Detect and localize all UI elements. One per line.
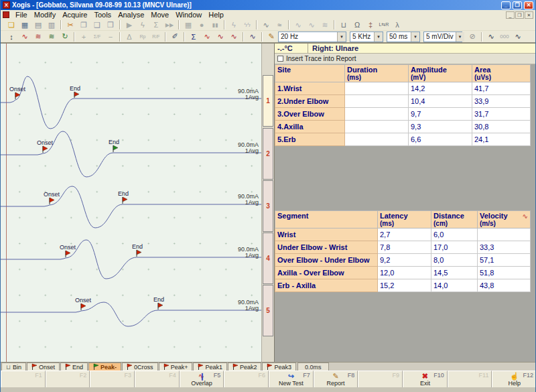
onset-flag-icon[interactable] <box>50 198 54 202</box>
cell-distance[interactable]: 6,0 <box>431 228 478 241</box>
cell-site[interactable]: 5.Erb <box>275 133 345 146</box>
cell-velocity[interactable]: 43,8 <box>478 279 531 292</box>
fkey-overlap[interactable]: F5∿❙Overlap <box>180 371 224 387</box>
cell-velocity[interactable] <box>478 228 531 241</box>
open-folder-icon[interactable]: ❏ <box>5 20 18 30</box>
tab-end[interactable]: End <box>60 363 88 371</box>
waveform-panel[interactable]: OnsetEnd90.0mA1AvgOnsetEnd90.0mA1AvgOnse… <box>1 44 261 363</box>
cell-latency[interactable]: 15,2 <box>378 279 431 292</box>
cell-amplitude[interactable]: 9,7 <box>409 108 472 121</box>
histogram-icon[interactable]: ≈ <box>273 20 286 30</box>
record-save-icon[interactable]: ▦ <box>182 20 195 30</box>
restore-button[interactable]: ❐ <box>513 1 522 9</box>
mdi-minimize-button[interactable]: _ <box>506 11 515 19</box>
tab-onset[interactable]: Onset <box>27 363 60 371</box>
trace-channel-4[interactable] <box>1 240 261 279</box>
mdi-restore-button[interactable]: ❐ <box>515 11 524 19</box>
cell-site[interactable]: 1.Wrist <box>275 82 345 95</box>
tab-0cross[interactable]: 0Cross <box>122 363 158 371</box>
print-icon[interactable]: ▤ <box>31 20 45 30</box>
filter-combo[interactable]: 5 KHz ▼ <box>350 31 383 42</box>
column-header-area[interactable]: Area(uVs) <box>472 65 531 82</box>
average-icon[interactable]: Σ <box>149 20 163 30</box>
fast-forward-icon[interactable]: ▶▶ <box>163 20 176 30</box>
close-button[interactable]: ✕ <box>524 1 533 9</box>
wave-single-icon[interactable]: ∿ <box>246 31 259 42</box>
table-row[interactable]: 4.Axilla9,330,8 <box>275 121 531 133</box>
wave-marker1-icon[interactable]: ∿ <box>200 31 214 42</box>
tab-peak1[interactable]: Peak1 <box>193 363 227 371</box>
average-f-icon[interactable]: Σ/F <box>90 31 104 42</box>
cursor-updown-icon[interactable]: ↕ <box>5 31 18 42</box>
stack-traces2-icon[interactable]: ≋ <box>45 31 58 42</box>
column-header-segment[interactable]: Segment <box>275 211 378 228</box>
gain-combo[interactable]: 5 mV/Div ▼ <box>423 31 462 42</box>
chevron-down-icon[interactable]: ▼ <box>411 32 419 42</box>
cell-site[interactable]: 4.Axilla <box>275 121 345 133</box>
menu-help[interactable]: Help <box>205 11 227 19</box>
cell-area[interactable]: 31,7 <box>472 108 531 121</box>
trace-channel-5[interactable] <box>1 302 261 326</box>
rp-fc-icon[interactable]: Rp <box>136 31 149 42</box>
cell-segment[interactable]: Under Elbow - Wrist <box>275 241 378 254</box>
wave-next-icon[interactable]: ∿ <box>511 31 525 42</box>
trace-channel-3[interactable] <box>1 186 261 228</box>
cell-site[interactable]: 3.Over Elbow <box>275 108 345 121</box>
menu-modify[interactable]: Modify <box>31 11 59 19</box>
column-header-velocity[interactable]: Velocity(m/s)∿ <box>478 211 531 228</box>
tab-bin[interactable]: ⊔Bin <box>1 363 26 371</box>
cell-velocity[interactable]: 51,8 <box>478 267 531 279</box>
r-f-icon[interactable]: R/F <box>149 31 163 42</box>
rotate-traces-icon[interactable]: ↻ <box>58 31 72 42</box>
tab-peak2[interactable]: Peak2 <box>228 363 262 371</box>
menu-window[interactable]: Window <box>172 11 205 19</box>
cell-distance[interactable]: 14,5 <box>431 267 478 279</box>
tab-peak+[interactable]: Peak+ <box>159 363 193 371</box>
subtract-trace-icon[interactable]: − <box>104 31 117 42</box>
tab-peak-[interactable]: Peak- <box>88 363 121 371</box>
save-icon[interactable]: ▦ <box>18 20 31 30</box>
wave-analyze-icon[interactable]: ∿ <box>18 31 31 42</box>
channel-button-3[interactable]: 3 <box>263 180 273 232</box>
menu-move[interactable]: Move <box>147 11 172 19</box>
wave-marker3-icon[interactable]: ∿ <box>227 31 241 42</box>
cell-amplitude[interactable]: 6,6 <box>409 133 472 146</box>
cell-segment[interactable]: Erb - Axilla <box>275 279 378 292</box>
cell-distance[interactable]: 17,0 <box>431 241 478 254</box>
menu-file[interactable]: File <box>12 11 31 19</box>
menu-tools[interactable]: Tools <box>90 11 115 19</box>
wave-f-icon[interactable]: ∿ <box>291 20 305 30</box>
cell-latency[interactable]: 12,0 <box>378 267 431 279</box>
cell-segment[interactable]: Over Elbow - Under Elbow <box>275 254 378 267</box>
column-header-site[interactable]: Site <box>275 65 345 82</box>
sweep-combo[interactable]: 50 ms ▼ <box>387 31 420 42</box>
cell-area[interactable]: 41,7 <box>472 82 531 95</box>
table-row[interactable]: 5.Erb6,624,1 <box>275 133 531 146</box>
end-flag-icon[interactable] <box>113 145 118 150</box>
cell-duration[interactable] <box>345 82 409 95</box>
play-icon[interactable]: ▶ <box>123 20 136 30</box>
cell-amplitude[interactable]: 9,3 <box>409 121 472 133</box>
train-stim-icon[interactable]: ϟϟ <box>241 20 254 30</box>
no-stim-icon[interactable]: ⊘ <box>466 31 479 42</box>
tab-peak3[interactable]: Peak3 <box>262 363 296 371</box>
cell-latency[interactable]: 2,7 <box>378 228 431 241</box>
cell-latency[interactable]: 9,2 <box>378 254 431 267</box>
chevron-down-icon[interactable]: ▼ <box>337 32 346 42</box>
marker-picker-icon[interactable]: ✐ <box>168 31 182 42</box>
end-flag-icon[interactable] <box>123 197 127 202</box>
wave-marker2-icon[interactable]: ∿ <box>214 31 227 42</box>
stimulus-rate-combo[interactable]: 20 Hz ▼ <box>278 31 346 42</box>
chevron-down-icon[interactable]: ▼ <box>374 32 383 42</box>
fkey-new-test[interactable]: F7↪New Test <box>269 371 314 387</box>
print-preview-icon[interactable]: ▥ <box>45 20 58 30</box>
pause-icon[interactable]: ▮▮ <box>208 20 222 30</box>
cell-duration[interactable] <box>345 121 409 133</box>
cell-distance[interactable]: 14,0 <box>431 279 478 292</box>
cell-duration[interactable] <box>345 95 409 108</box>
menu-analyse[interactable]: Analyse <box>115 11 147 19</box>
cell-amplitude[interactable]: 14,2 <box>409 82 472 95</box>
wave-n-icon[interactable]: ∿ <box>305 20 318 30</box>
cell-duration[interactable] <box>345 133 409 146</box>
end-flag-icon[interactable] <box>137 250 141 255</box>
